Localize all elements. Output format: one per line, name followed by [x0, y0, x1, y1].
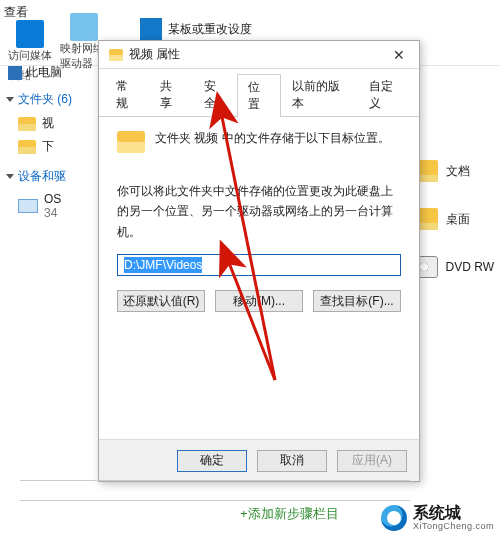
breadcrumb[interactable]: 此电脑	[0, 58, 100, 87]
path-value-selected: D:\JMF\Videos	[124, 257, 202, 273]
dialog-footer: 确定 取消 应用(A)	[99, 439, 419, 481]
grid-item-desktop[interactable]: 桌面	[410, 208, 494, 230]
folder-grid: 文档 桌面 DVD RW	[410, 160, 494, 278]
folder-icon	[18, 140, 36, 154]
chevron-down-icon	[6, 97, 14, 102]
location-description: 文件夹 视频 中的文件存储于以下目标位置。	[155, 129, 390, 148]
tab-content: 文件夹 视频 中的文件存储于以下目标位置。 你可以将此文件夹中文件存储的位置更改…	[99, 117, 419, 459]
drive-icon	[18, 199, 38, 213]
tab-general[interactable]: 常规	[105, 73, 149, 116]
folder-icon	[18, 117, 36, 131]
close-icon: ✕	[393, 47, 405, 63]
titlebar[interactable]: 视频 属性 ✕	[99, 41, 419, 69]
add-step-link[interactable]: +添加新步骤栏目	[240, 505, 339, 523]
location-hint: 你可以将此文件夹中文件存储的位置更改为此硬盘上的另一个位置、另一个驱动器或网络上…	[117, 181, 401, 242]
tree-item-download[interactable]: 下	[0, 135, 100, 158]
tab-location[interactable]: 位置	[237, 74, 281, 117]
ribbon-item-media[interactable]: 访问媒体	[6, 20, 54, 63]
tab-share[interactable]: 共享	[149, 73, 193, 116]
folder-icon	[109, 49, 123, 61]
chevron-down-icon	[6, 174, 14, 179]
watermark-url: XiTongCheng.com	[413, 521, 494, 531]
grid-label: DVD RW	[446, 260, 494, 274]
tree-item-label: 下	[42, 138, 54, 155]
view-tab-label[interactable]: 查看	[4, 4, 28, 21]
watermark: 系统城 XiTongCheng.com	[381, 505, 494, 531]
watermark-logo-icon	[381, 505, 407, 531]
grid-label: 桌面	[446, 211, 470, 228]
cancel-button[interactable]: 取消	[257, 450, 327, 472]
tree-item-drive-os[interactable]: OS 34	[0, 189, 100, 223]
ribbon-app-icon	[140, 18, 162, 40]
ok-button[interactable]: 确定	[177, 450, 247, 472]
grid-item-dvd[interactable]: DVD RW	[410, 256, 494, 278]
path-input[interactable]: D:\JMF\Videos	[117, 254, 401, 276]
tree-section-label: 文件夹 (6)	[18, 91, 72, 108]
folder-icon	[117, 131, 145, 153]
close-button[interactable]: ✕	[379, 41, 419, 69]
media-icon	[16, 20, 44, 48]
tab-strip: 常规 共享 安全 位置 以前的版本 自定义	[99, 69, 419, 117]
nav-tree: 此电脑 文件夹 (6) 视 下 设备和驱 OS 34	[0, 58, 100, 223]
tree-item-label: 视	[42, 115, 54, 132]
tree-section-label: 设备和驱	[18, 168, 66, 185]
pc-icon	[8, 66, 22, 80]
tree-section-devices[interactable]: 设备和驱	[0, 164, 100, 189]
drive-sub: 34	[44, 206, 57, 220]
tab-previous[interactable]: 以前的版本	[281, 73, 358, 116]
ribbon-collapsed-text: 某板或重改设度	[168, 21, 252, 38]
drive-label: OS	[44, 192, 61, 206]
find-target-button[interactable]: 查找目标(F)...	[313, 290, 401, 312]
divider	[20, 500, 410, 501]
grid-item-documents[interactable]: 文档	[410, 160, 494, 182]
tree-section-folders[interactable]: 文件夹 (6)	[0, 87, 100, 112]
restore-default-button[interactable]: 还原默认值(R)	[117, 290, 205, 312]
dialog-title: 视频 属性	[129, 46, 180, 63]
grid-label: 文档	[446, 163, 470, 180]
tab-security[interactable]: 安全	[193, 73, 237, 116]
move-button[interactable]: 移动(M)...	[215, 290, 303, 312]
divider	[20, 480, 410, 481]
tree-item-video[interactable]: 视	[0, 112, 100, 135]
network-drive-icon	[70, 13, 98, 41]
properties-dialog: 视频 属性 ✕ 常规 共享 安全 位置 以前的版本 自定义 文件夹 视频 中的文…	[98, 40, 420, 482]
watermark-name: 系统城	[413, 505, 494, 521]
breadcrumb-label: 此电脑	[26, 64, 62, 81]
apply-button[interactable]: 应用(A)	[337, 450, 407, 472]
tab-custom[interactable]: 自定义	[358, 73, 413, 116]
